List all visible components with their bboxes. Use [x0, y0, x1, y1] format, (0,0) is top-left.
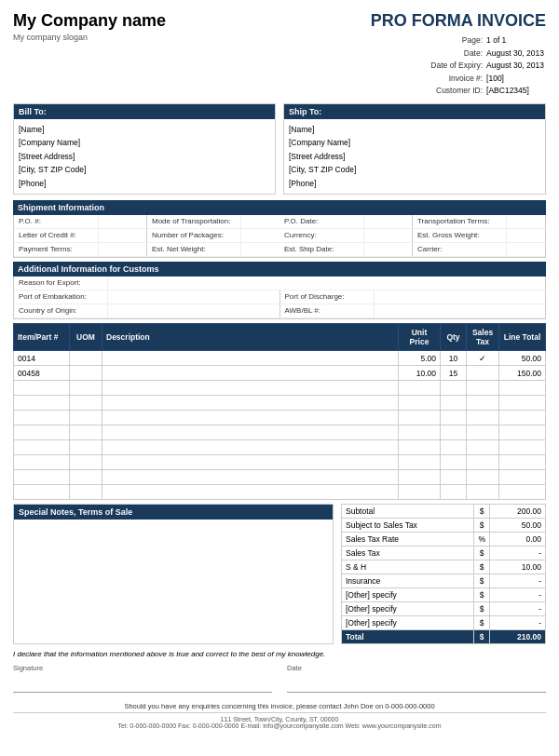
- table-row: [14, 455, 546, 470]
- total-label: Insurance: [342, 574, 474, 588]
- shipment-row: P.O. Date: Transportation Terms:: [280, 215, 545, 229]
- totals-row: [Other] specify $ -: [342, 602, 546, 616]
- company-name: My Company name: [13, 11, 166, 31]
- table-row: [14, 440, 546, 455]
- shipment-right-label: Number of Packages:: [147, 229, 240, 242]
- total-label: S & H: [342, 560, 474, 574]
- col-uom: UOM: [70, 324, 102, 351]
- cell-item: 0014: [14, 351, 70, 366]
- shipment-left-value: [363, 229, 412, 242]
- items-tbody: 0014 5.00 10 ✓ 50.00 00458 10.00 15 150.…: [14, 351, 546, 500]
- cell-line-total: 50.00: [499, 351, 546, 366]
- address-section: Bill To: [Name] [Company Name] [Street A…: [13, 103, 546, 195]
- customs-header: Additional Information for Customs: [13, 262, 546, 277]
- cell-item: [14, 485, 70, 500]
- cell-unit-price: 10.00: [399, 366, 441, 381]
- shipment-left-label: Currency:: [280, 229, 363, 242]
- cell-item: [14, 470, 70, 485]
- invoice-num-value: [100]: [484, 73, 546, 86]
- declaration: I declare that the information mentioned…: [13, 650, 546, 658]
- cell-qty: [441, 470, 467, 485]
- cell-qty: 10: [441, 351, 467, 366]
- customer-id-value: [ABC12345]: [484, 85, 546, 98]
- signature-line: [13, 674, 272, 693]
- shipment-right-value: [506, 229, 545, 242]
- total-symbol: $: [474, 560, 490, 574]
- cell-uom: [70, 381, 102, 396]
- shipment-right-label: Est. Net Weight:: [147, 243, 240, 256]
- cell-unit-price: [399, 470, 441, 485]
- totals-row: S & H $ 10.00: [342, 560, 546, 574]
- total-amount: -: [490, 602, 546, 616]
- bill-to-header: Bill To:: [14, 104, 275, 119]
- shipment-right-label: Carrier:: [413, 243, 506, 256]
- shipment-left-cell: Letter of Credit #:: [14, 229, 146, 242]
- bill-to-city: [City, ST ZIP Code]: [19, 163, 270, 176]
- table-row: 0014 5.00 10 ✓ 50.00: [14, 351, 546, 366]
- totals-row: Sales Tax Rate % 0.00: [342, 533, 546, 547]
- cell-qty: [441, 455, 467, 470]
- date-value: August 30, 2013: [484, 47, 546, 61]
- cell-description: [102, 470, 399, 485]
- invoice-num-label: Invoice #:: [429, 73, 484, 86]
- shipment-right-cell: Transportation Terms:: [412, 215, 545, 228]
- footer-contact-info: Tel: 0-000-000-0000 Fax: 0-000-000-0000 …: [13, 722, 546, 729]
- footer-address: 111 Street, Town/City, County, ST, 00000: [13, 716, 546, 722]
- shipment-right-cell: Mode of Transportation:: [146, 215, 280, 228]
- expiry-label: Date of Expiry:: [429, 60, 484, 73]
- shipment-right-label: Transportation Terms:: [413, 215, 506, 228]
- shipment-right-value: [506, 243, 545, 256]
- shipment-section: Shipment Information P.O. #: Mode of Tra…: [13, 200, 546, 258]
- col-description: Description: [102, 324, 399, 351]
- shipment-left-value: [98, 229, 146, 242]
- date-label: Date:: [429, 47, 484, 61]
- ship-to-street: [Street Address]: [289, 150, 540, 163]
- customs-section: Additional Information for Customs Reaso…: [13, 262, 546, 319]
- cell-description: [102, 396, 399, 411]
- cell-sales-tax: [467, 366, 499, 381]
- total-symbol: $: [474, 547, 490, 560]
- ship-to-name: [Name]: [289, 123, 540, 136]
- cell-uom: [70, 411, 102, 425]
- cell-line-total: [499, 470, 546, 485]
- cell-uom: [70, 440, 102, 455]
- shipment-left-label: Payment Terms:: [14, 243, 98, 256]
- totals-table: Subtotal $ 200.00 Subject to Sales Tax $…: [341, 504, 546, 644]
- date-label: Date: [287, 664, 546, 672]
- cell-description: [102, 411, 399, 425]
- cell-description: [102, 351, 399, 366]
- shipment-header: Shipment Information: [13, 200, 546, 215]
- cell-line-total: [499, 440, 546, 455]
- cell-line-total: [499, 396, 546, 411]
- bill-to-street: [Street Address]: [19, 150, 270, 163]
- shipment-row: Currency: Est. Gross Weight:: [280, 229, 545, 243]
- totals-row: Insurance $ -: [342, 574, 546, 588]
- total-label: Sales Tax Rate: [342, 533, 474, 547]
- total-symbol: $: [474, 588, 490, 602]
- customs-label: Reason for Export:: [14, 277, 107, 290]
- bill-to-name: [Name]: [19, 123, 270, 136]
- cell-uom: [70, 455, 102, 470]
- shipment-right-cell: Est. Net Weight:: [146, 243, 280, 256]
- cell-qty: 15: [441, 366, 467, 381]
- totals-row: [Other] specify $ -: [342, 588, 546, 602]
- shipment-right-label: Mode of Transportation:: [147, 215, 240, 228]
- cell-unit-price: [399, 396, 441, 411]
- cell-description: [102, 366, 399, 381]
- cell-description: [102, 381, 399, 396]
- customs-right-value: [374, 304, 546, 317]
- signature-block: Signature: [13, 664, 272, 693]
- header: My Company name My company slogan PRO FO…: [13, 11, 546, 98]
- table-row: [14, 425, 546, 440]
- bill-to-phone: [Phone]: [19, 177, 270, 190]
- cell-uom: [70, 351, 102, 366]
- cell-line-total: [499, 381, 546, 396]
- shipment-left-value: [98, 243, 146, 256]
- bill-to-company: [Company Name]: [19, 136, 270, 149]
- total-label: [Other] specify: [342, 588, 474, 602]
- total-amount: 10.00: [490, 560, 546, 574]
- cell-uom: [70, 366, 102, 381]
- col-qty: Qty: [441, 324, 467, 351]
- cell-description: [102, 455, 399, 470]
- customs-left: Country of Origin:: [14, 304, 280, 317]
